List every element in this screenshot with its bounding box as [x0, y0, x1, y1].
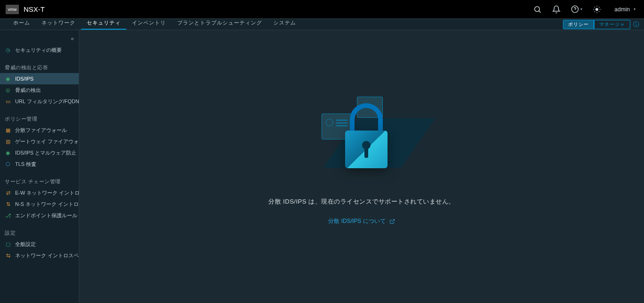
bell-icon[interactable]	[552, 5, 561, 14]
dashboard-icon: ◷	[5, 47, 11, 53]
nav-plan[interactable]: プランとトラブルシューティング	[172, 17, 268, 30]
settings-icon: ▢	[5, 241, 11, 247]
filter-icon: ▭	[5, 98, 11, 105]
sidebar-item-threat-detect[interactable]: ◎ 脅威の検出	[0, 84, 79, 96]
sidebar-section-settings: 設定	[0, 226, 79, 238]
chevron-down-icon: ▾	[580, 7, 582, 11]
nav-system[interactable]: システム	[268, 17, 302, 30]
bug-icon: ◉	[5, 149, 11, 156]
vmware-logo: vmw	[6, 5, 19, 14]
svg-line-1	[539, 11, 541, 12]
external-link-icon	[389, 219, 395, 224]
license-message: 分散 IDS/IPS は、現在のライセンスでサポートされていません。	[268, 197, 454, 206]
sidebar-item-label: ネットワーク イントロスペク...	[15, 252, 79, 259]
svg-line-12	[599, 7, 600, 7]
sidebar: « ◷ セキュリティの概要 脅威の検出と応答 ◉ IDS/IPS ◎ 脅威の検出…	[0, 30, 79, 303]
endpoint-icon: ⎇	[5, 212, 11, 219]
svg-point-0	[535, 7, 540, 12]
main-nav: ホーム ネットワーク セキュリティ インベントリ プランとトラブルシューティング…	[0, 19, 644, 30]
sidebar-item-tls[interactable]: ⬡ TLS 検査	[0, 158, 79, 170]
network-ns-icon: ⇅	[5, 201, 11, 207]
nav-inventory[interactable]: インベントリ	[126, 17, 172, 30]
app-header: vmw NSX-T ▾ admin ▾	[0, 0, 644, 19]
sidebar-section-service: サービス チェーン管理	[0, 174, 79, 187]
radar-icon: ◎	[5, 87, 11, 93]
info-icon[interactable]: ⓘ	[633, 20, 639, 29]
svg-point-4	[595, 8, 598, 11]
nav-security[interactable]: セキュリティ	[81, 17, 126, 30]
lock-illustration	[300, 94, 423, 179]
chevron-down-icon: ▾	[634, 7, 636, 11]
svg-line-13	[392, 219, 395, 222]
sidebar-section-policy: ポリシー管理	[0, 112, 79, 124]
sidebar-item-label: IDS/IPS とマルウェア防止	[15, 149, 76, 156]
mode-manager-button[interactable]: マネージャ	[594, 20, 630, 29]
network-introspect-icon: ⇆	[5, 252, 11, 259]
user-menu[interactable]: admin ▾	[611, 6, 638, 13]
sidebar-item-dist-fw[interactable]: ▦ 分散ファイアウォール	[0, 124, 79, 136]
sidebar-item-label: N-S ネットワーク イントロス...	[15, 201, 79, 208]
sidebar-item-label: 分散ファイアウォール	[15, 127, 67, 134]
firewall-icon: ▦	[5, 127, 11, 133]
nav-network[interactable]: ネットワーク	[36, 17, 81, 30]
sidebar-item-label: エンドポイント保護ルール	[15, 212, 77, 219]
sidebar-item-endpoint[interactable]: ⎇ エンドポイント保護ルール	[0, 210, 79, 221]
sidebar-item-label: E-W ネットワーク イントロス...	[15, 189, 79, 197]
lock-icon: ⬡	[5, 161, 11, 167]
sidebar-item-ids-malware[interactable]: ◉ IDS/IPS とマルウェア防止	[0, 147, 79, 158]
sidebar-item-label: ゲートウェイ ファイアウォール	[15, 138, 79, 145]
sidebar-overview[interactable]: ◷ セキュリティの概要	[0, 44, 79, 56]
sidebar-item-ids-ips[interactable]: ◉ IDS/IPS	[0, 73, 79, 84]
sidebar-item-net-introspect[interactable]: ⇆ ネットワーク イントロスペク...	[0, 250, 79, 261]
product-title: NSX-T	[24, 5, 45, 13]
svg-line-8	[599, 11, 600, 12]
sidebar-item-label: 脅威の検出	[15, 87, 41, 94]
sidebar-item-label: セキュリティの概要	[15, 47, 62, 54]
sidebar-item-label: IDS/IPS	[15, 76, 33, 82]
sidebar-item-label: URL フィルタリング/FQDN ...	[15, 98, 79, 105]
shield-icon: ◉	[5, 75, 11, 82]
sidebar-item-label: TLS 検査	[15, 161, 36, 168]
svg-line-7	[594, 7, 595, 7]
sidebar-item-ns-introspect[interactable]: ⇅ N-S ネットワーク イントロス...	[0, 198, 79, 210]
network-ew-icon: ⇄	[5, 189, 11, 196]
learn-more-link[interactable]: 分散 IDS/IPS について	[328, 217, 395, 225]
user-label: admin	[614, 6, 630, 13]
search-icon[interactable]	[533, 5, 542, 14]
sidebar-section-threat: 脅威の検出と応答	[0, 60, 79, 73]
sidebar-collapse-button[interactable]: «	[0, 33, 79, 44]
svg-line-11	[594, 11, 595, 12]
sidebar-item-url-filter[interactable]: ▭ URL フィルタリング/FQDN ...	[0, 96, 79, 107]
main-content: 分散 IDS/IPS は、現在のライセンスでサポートされていません。 分散 ID…	[79, 30, 644, 303]
nav-home[interactable]: ホーム	[8, 17, 36, 30]
sidebar-item-general[interactable]: ▢ 全般設定	[0, 238, 79, 250]
gateway-icon: ▥	[5, 138, 11, 145]
empty-state: 分散 IDS/IPS は、現在のライセンスでサポートされていません。 分散 ID…	[268, 94, 454, 225]
help-menu[interactable]: ▾	[571, 5, 582, 13]
link-label: 分散 IDS/IPS について	[328, 217, 385, 225]
sidebar-item-label: 全般設定	[15, 241, 36, 248]
mode-policy-button[interactable]: ポリシー	[563, 20, 594, 29]
sidebar-item-gw-fw[interactable]: ▥ ゲートウェイ ファイアウォール	[0, 136, 79, 147]
theme-toggle-icon[interactable]	[593, 5, 601, 14]
sidebar-item-ew-introspect[interactable]: ⇄ E-W ネットワーク イントロス...	[0, 187, 79, 198]
